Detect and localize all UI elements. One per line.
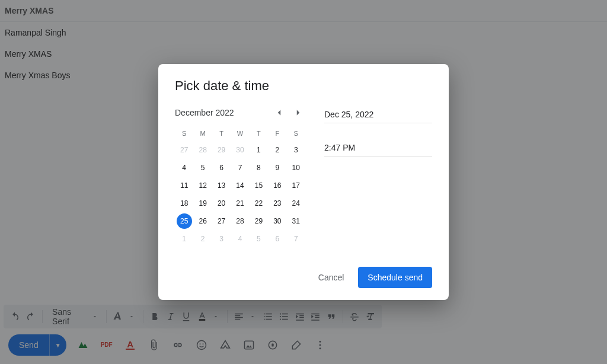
calendar-day[interactable]: 10	[287, 159, 305, 177]
calendar-day[interactable]: 23	[268, 194, 286, 212]
calendar-day[interactable]: 31	[287, 212, 305, 230]
calendar-day: 30	[231, 141, 249, 159]
calendar-day: 27	[175, 141, 193, 159]
app-root: Merry XMASRamanpal SinghMerry XMASMerry …	[0, 0, 607, 364]
calendar-day[interactable]: 17	[287, 177, 305, 194]
calendar-day[interactable]: 19	[193, 194, 212, 212]
datetime-inputs: Dec 25, 2022 2:47 PM	[324, 106, 432, 260]
calendar-day[interactable]: 28	[231, 212, 249, 230]
calendar-day[interactable]: 6	[212, 159, 231, 177]
calendar-day: 3	[212, 230, 231, 248]
calendar-day[interactable]: 29	[250, 212, 268, 230]
calendar-day: 1	[175, 230, 193, 248]
calendar-day[interactable]: 18	[175, 194, 193, 212]
calendar-dow: W	[231, 126, 249, 141]
calendar-day: 4	[231, 230, 249, 248]
modal-overlay[interactable]: Pick date & time December 2022 SMTWTFS 2…	[0, 0, 607, 364]
calendar-day[interactable]: 5	[193, 159, 212, 177]
schedule-send-dialog: Pick date & time December 2022 SMTWTFS 2…	[158, 64, 449, 300]
calendar-day[interactable]: 16	[268, 177, 286, 194]
calendar-day[interactable]: 21	[231, 194, 249, 212]
calendar-day[interactable]: 13	[212, 177, 231, 194]
calendar-day[interactable]: 3	[287, 141, 305, 159]
calendar-day: 5	[250, 230, 268, 248]
prev-month-button[interactable]	[272, 106, 286, 120]
calendar-day[interactable]: 9	[268, 159, 286, 177]
calendar-day[interactable]: 26	[193, 212, 212, 230]
calendar-day[interactable]: 14	[231, 177, 249, 194]
calendar-dow: S	[175, 126, 193, 141]
calendar-day[interactable]: 11	[175, 177, 193, 194]
calendar-dow: S	[287, 126, 305, 141]
calendar-day[interactable]: 15	[250, 177, 268, 194]
calendar-dow: F	[268, 126, 286, 141]
calendar-day[interactable]: 12	[193, 177, 212, 194]
calendar-day[interactable]: 20	[212, 194, 231, 212]
calendar-day[interactable]: 24	[287, 194, 305, 212]
calendar-day: 29	[212, 141, 231, 159]
schedule-send-button[interactable]: Schedule send	[358, 267, 432, 288]
calendar-dow: T	[212, 126, 231, 141]
calendar-day[interactable]: 1	[250, 141, 268, 159]
calendar: December 2022 SMTWTFS 272829301234567891…	[175, 106, 305, 260]
calendar-day[interactable]: 25	[175, 212, 193, 230]
calendar-day[interactable]: 2	[268, 141, 286, 159]
next-month-button[interactable]	[291, 106, 305, 120]
calendar-day: 6	[268, 230, 286, 248]
calendar-dow: M	[193, 126, 212, 141]
dialog-title: Pick date & time	[175, 78, 432, 94]
date-input[interactable]: Dec 25, 2022	[324, 106, 432, 123]
calendar-month-label: December 2022	[175, 108, 234, 117]
calendar-day[interactable]: 7	[231, 159, 249, 177]
calendar-day: 7	[287, 230, 305, 248]
calendar-day[interactable]: 27	[212, 212, 231, 230]
cancel-button[interactable]: Cancel	[311, 268, 352, 287]
calendar-day[interactable]: 30	[268, 212, 286, 230]
time-input[interactable]: 2:47 PM	[324, 139, 432, 157]
calendar-day: 28	[193, 141, 212, 159]
calendar-day[interactable]: 22	[250, 194, 268, 212]
calendar-day[interactable]: 4	[175, 159, 193, 177]
calendar-day: 2	[193, 230, 212, 248]
calendar-day[interactable]: 8	[250, 159, 268, 177]
calendar-dow: T	[250, 126, 268, 141]
